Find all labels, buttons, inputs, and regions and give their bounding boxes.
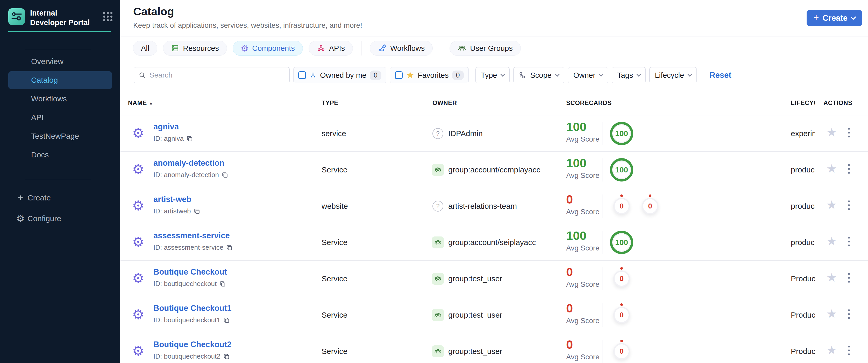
scorecard-circle[interactable]: 0 <box>610 343 633 360</box>
component-gear-icon: ⚙ <box>132 235 144 249</box>
sidebar-configure-button[interactable]: ⚙ Configure <box>0 210 120 228</box>
copy-icon[interactable] <box>221 172 228 178</box>
scorecard-circle[interactable]: 100 <box>610 122 633 145</box>
component-name-link[interactable]: agniva <box>153 122 179 131</box>
score-divider <box>602 267 602 291</box>
copy-icon[interactable] <box>186 135 193 142</box>
copy-icon[interactable] <box>219 280 226 287</box>
tab-label: Workflows <box>390 44 425 53</box>
favorites-checkbox[interactable] <box>395 71 403 79</box>
favorite-star-icon[interactable]: ★ <box>826 199 837 211</box>
row-actions-cell: ★ <box>815 261 868 297</box>
avg-score-label: Avg Score <box>566 208 599 216</box>
sidebar-item-docs[interactable]: Docs <box>8 146 112 163</box>
reset-filters-link[interactable]: Reset <box>709 70 731 80</box>
tab-user-groups[interactable]: User Groups <box>450 41 521 56</box>
favorite-star-icon[interactable]: ★ <box>826 271 837 283</box>
component-name-link[interactable]: artist-web <box>153 195 191 204</box>
create-button[interactable]: + Create <box>807 10 862 26</box>
resources-icon <box>171 44 179 52</box>
user-groups-icon <box>458 44 466 53</box>
tab-label: Components <box>252 44 294 53</box>
sidebar-item-workflows[interactable]: Workflows <box>8 90 112 108</box>
workflows-icon <box>378 44 386 53</box>
component-name-link[interactable]: Boutique Checkout2 <box>153 340 231 349</box>
row-actions-cell: ★ <box>815 224 868 260</box>
column-header-type[interactable]: TYPE <box>321 99 338 107</box>
scorecard-circle[interactable]: 0 <box>610 270 633 287</box>
scorecard-circles: 100 <box>610 152 633 188</box>
kebab-menu-icon[interactable] <box>847 200 851 211</box>
scorecard-circle[interactable]: 100 <box>610 231 633 254</box>
scorecard-circle[interactable]: 0 <box>639 198 662 214</box>
kebab-menu-icon[interactable] <box>847 127 851 139</box>
scorecard-circles: 0 <box>610 297 633 333</box>
scope-dropdown[interactable]: Scope <box>513 67 564 83</box>
lifecycle-value: Produc <box>791 347 815 356</box>
type-dropdown[interactable]: Type <box>475 67 510 83</box>
owner-name: group:account/seiplayacc <box>448 238 536 247</box>
tab-all[interactable]: All <box>133 41 157 56</box>
tab-resources[interactable]: Resources <box>163 41 227 56</box>
owned-by-me-filter[interactable]: Owned by me 0 <box>293 67 386 83</box>
column-header-name[interactable]: NAME▲ <box>128 99 153 107</box>
kebab-menu-icon[interactable] <box>847 308 851 320</box>
kebab-menu-icon[interactable] <box>847 344 851 356</box>
kebab-menu-icon[interactable] <box>847 272 851 284</box>
favorites-filter[interactable]: ★ Favorites 0 <box>390 67 469 83</box>
page-subtitle: Keep track of applications, services, we… <box>133 21 362 30</box>
scorecard-circle[interactable]: 100 <box>610 158 633 181</box>
owner-name: group:test_user <box>448 311 502 320</box>
component-id-line: ID: artistweb <box>153 207 200 215</box>
app-title: Internal Developer Portal <box>30 8 91 28</box>
favorite-star-icon: ★ <box>406 70 414 80</box>
copy-icon[interactable] <box>223 317 230 324</box>
sidebar-item-testnewpage[interactable]: TestNewPage <box>8 127 112 145</box>
copy-icon[interactable] <box>193 208 200 215</box>
sidebar-create-button[interactable]: + Create <box>0 189 120 207</box>
plus-icon: + <box>813 13 819 22</box>
avg-score-label: Avg Score <box>566 316 599 325</box>
copy-icon[interactable] <box>223 353 230 360</box>
app-logo-icon <box>8 8 25 25</box>
avg-score-value: 0 <box>566 192 573 206</box>
tab-components[interactable]: ⚙ Components <box>233 41 303 56</box>
tags-dropdown[interactable]: Tags <box>612 67 646 83</box>
sidebar-item-overview[interactable]: Overview <box>8 53 112 70</box>
favorite-star-icon[interactable]: ★ <box>826 308 837 320</box>
favorite-star-icon[interactable]: ★ <box>826 162 837 175</box>
lifecycle-dropdown[interactable]: Lifecycle <box>649 67 697 83</box>
score-divider <box>602 158 602 181</box>
kebab-menu-icon[interactable] <box>847 236 851 247</box>
owner-name: group:test_user <box>448 274 502 283</box>
owner-name: group:test_user <box>448 347 502 356</box>
tab-apis[interactable]: APIs <box>309 41 353 56</box>
scorecard-circle[interactable]: 0 <box>610 198 633 214</box>
kebab-menu-icon[interactable] <box>847 163 851 175</box>
column-header-scorecards[interactable]: SCORECARDS <box>566 99 612 107</box>
app-switcher-icon[interactable] <box>103 12 113 21</box>
table-row: ⚙ Boutique Checkout ID: boutiquecheckout… <box>120 260 868 297</box>
avg-score-label: Avg Score <box>566 244 599 252</box>
component-name-link[interactable]: assessment-service <box>153 231 230 240</box>
avg-score-value: 0 <box>566 337 573 352</box>
owned-by-me-checkbox[interactable] <box>298 71 306 79</box>
column-header-owner[interactable]: OWNER <box>432 99 457 107</box>
component-name-link[interactable]: Boutique Checkout <box>153 267 227 277</box>
favorite-star-icon[interactable]: ★ <box>826 235 837 247</box>
filter-bar: Owned by me 0 ★ Favorites 0 Type Scope O… <box>134 67 732 83</box>
search-input[interactable] <box>150 71 285 79</box>
dropdown-label: Scope <box>530 71 551 80</box>
favorite-star-icon[interactable]: ★ <box>826 126 837 138</box>
component-name-link[interactable]: Boutique Checkout1 <box>153 304 231 313</box>
lifecycle-value: produc <box>791 202 815 211</box>
owner-dropdown[interactable]: Owner <box>568 67 608 83</box>
component-name-link[interactable]: anomaly-detection <box>153 158 224 168</box>
favorite-star-icon[interactable]: ★ <box>826 344 837 356</box>
sidebar-item-catalog[interactable]: Catalog <box>8 71 112 89</box>
sidebar-item-api[interactable]: API <box>8 109 112 126</box>
tab-workflows[interactable]: Workflows <box>370 41 433 56</box>
copy-icon[interactable] <box>226 244 233 251</box>
scorecard-circle[interactable]: 0 <box>610 307 633 323</box>
lifecycle-value: Produc <box>791 311 815 320</box>
